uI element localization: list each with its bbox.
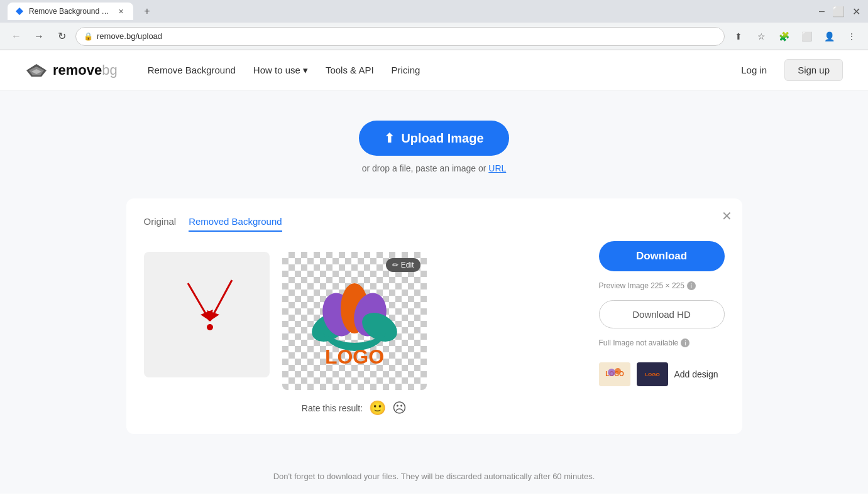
design-thumb-1: LOGO <box>599 362 630 386</box>
menu-icon[interactable]: ⋮ <box>843 28 860 45</box>
tab-close-button[interactable]: ✕ <box>116 6 126 16</box>
share-icon[interactable]: ⬆ <box>730 28 747 45</box>
download-hd-button[interactable]: Download HD <box>599 300 725 328</box>
nav-auth: Log in Sign up <box>731 59 843 81</box>
download-button[interactable]: Download <box>599 241 725 271</box>
logo-text: removebg <box>53 62 118 78</box>
logo-icon <box>25 63 48 78</box>
navbar: removebg Remove Background How to use ▾ … <box>0 50 868 90</box>
close-window-button[interactable]: ✕ <box>852 6 860 18</box>
maximize-button[interactable]: ⬜ <box>832 6 845 18</box>
window-controls: – ⬜ ✕ <box>819 6 860 18</box>
design-thumb-2: LOGO <box>637 362 668 386</box>
tab-removed-background[interactable]: Removed Background <box>189 216 282 232</box>
signup-button[interactable]: Sign up <box>784 59 843 81</box>
lock-icon: 🔒 <box>84 32 93 41</box>
arrow-drawing <box>150 258 263 371</box>
add-design-area[interactable]: LOGO LOGO Add design <box>599 362 725 386</box>
browser-toolbar: ← → ↻ 🔒 remove.bg/upload ⬆ ☆ 🧩 ⬜ 👤 ⋮ <box>0 23 868 50</box>
svg-point-17 <box>608 369 615 376</box>
upload-image-button[interactable]: ⬆ Upload Image <box>359 121 508 156</box>
edit-badge-button[interactable]: ✏ Edit <box>386 258 420 272</box>
minimize-button[interactable]: – <box>819 6 825 17</box>
rate-text: Rate this result: <box>302 403 363 413</box>
svg-point-8 <box>207 324 213 330</box>
right-panel: Download Preview Image 225 × 225 i Downl… <box>599 216 725 416</box>
chevron-down-icon: ▾ <box>303 65 308 76</box>
image-area: Original Removed Background <box>144 216 574 416</box>
preview-info: Preview Image 225 × 225 i <box>599 281 725 290</box>
svg-point-18 <box>615 368 621 374</box>
address-bar[interactable]: 🔒 remove.bg/upload <box>75 27 725 46</box>
browser-tab[interactable]: Remove Background from Image ✕ <box>8 3 133 20</box>
page-content: removebg Remove Background How to use ▾ … <box>0 50 868 498</box>
info-icon: i <box>687 281 696 290</box>
split-view-icon[interactable]: ⬜ <box>798 28 815 45</box>
tab-original[interactable]: Original <box>144 216 177 232</box>
drop-text: or drop a file, paste an image or URL <box>362 163 507 173</box>
info-icon-2: i <box>681 338 689 347</box>
new-tab-button[interactable]: + <box>138 3 156 20</box>
back-button[interactable]: ← <box>8 28 25 45</box>
login-button[interactable]: Log in <box>731 60 777 80</box>
close-result-button[interactable]: ✕ <box>722 208 732 224</box>
toolbar-icons: ⬆ ☆ 🧩 ⬜ 👤 ⋮ <box>730 28 860 45</box>
add-design-label: Add design <box>674 369 718 379</box>
nav-remove-background[interactable]: Remove Background <box>148 65 236 75</box>
thumbs-up-emoji[interactable]: 🙂 <box>369 400 386 416</box>
result-card: ✕ Original Removed Background <box>126 198 742 434</box>
upload-icon: ⬆ <box>384 131 395 146</box>
footer-note: Don't forget to download your files. The… <box>0 459 868 494</box>
profile-icon[interactable]: 👤 <box>820 28 838 45</box>
result-image: LOGO <box>292 271 417 371</box>
nav-how-to-use[interactable]: How to use ▾ <box>253 65 308 76</box>
result-section: ✕ Original Removed Background <box>0 198 868 459</box>
nav-pricing[interactable]: Pricing <box>392 65 420 75</box>
hero-section: ⬆ Upload Image or drop a file, paste an … <box>0 90 868 198</box>
browser-frame: Remove Background from Image ✕ + – ⬜ ✕ ←… <box>0 0 868 498</box>
nav-tools-api[interactable]: Tools & API <box>326 65 374 75</box>
result-preview: ✏ Edit <box>282 252 427 390</box>
svg-text:LOGO: LOGO <box>324 345 383 368</box>
nav-links: Remove Background How to use ▾ Tools & A… <box>148 65 711 76</box>
svg-text:LOGO: LOGO <box>645 372 660 377</box>
url-link[interactable]: URL <box>488 163 506 173</box>
tab-favicon <box>15 7 24 16</box>
svg-marker-0 <box>16 8 23 15</box>
thumbs-down-emoji[interactable]: ☹ <box>392 400 407 416</box>
original-preview <box>144 252 270 377</box>
logo[interactable]: removebg <box>25 62 118 78</box>
tabs: Original Removed Background <box>144 216 574 232</box>
full-image-info: Full Image not available i <box>599 338 725 347</box>
rating-area: Rate this result: 🙂 ☹ <box>302 400 407 416</box>
extensions-icon[interactable]: 🧩 <box>775 28 793 45</box>
forward-button[interactable]: → <box>30 28 48 45</box>
tab-title: Remove Background from Image <box>29 7 111 16</box>
url-text: remove.bg/upload <box>97 31 717 41</box>
bookmark-icon[interactable]: ☆ <box>752 28 770 45</box>
refresh-button[interactable]: ↻ <box>53 28 70 45</box>
browser-titlebar: Remove Background from Image ✕ + – ⬜ ✕ <box>0 0 868 23</box>
